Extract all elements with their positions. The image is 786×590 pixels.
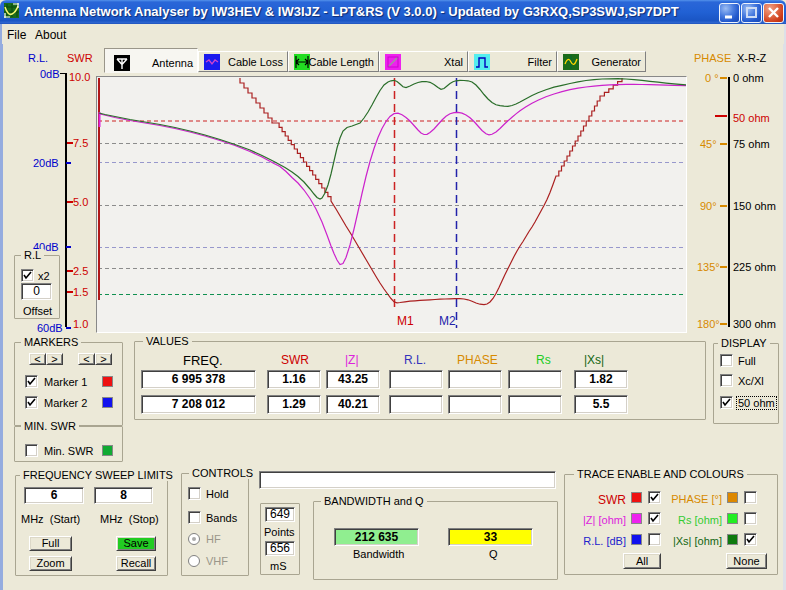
svg-text:M1: M1 (397, 314, 414, 328)
svg-text:M2: M2 (439, 314, 456, 328)
